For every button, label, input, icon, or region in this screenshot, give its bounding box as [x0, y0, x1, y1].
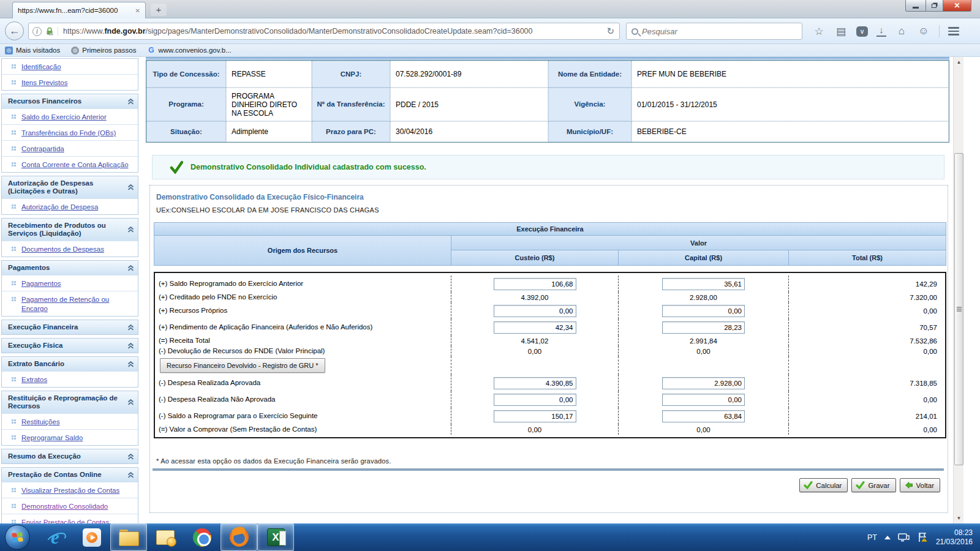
- sidebar-section-header[interactable]: Extrato Bancário: [2, 357, 138, 371]
- custeio-input[interactable]: [494, 278, 576, 290]
- new-tab-button[interactable]: +: [151, 4, 167, 16]
- collapse-chevron-icon[interactable]: [127, 184, 134, 190]
- sidebar-link[interactable]: Demonstrativo Consolidado: [21, 503, 108, 510]
- sidebar-item[interactable]: Saldo do Exercício Anterior: [2, 108, 138, 124]
- sidebar-section-header[interactable]: Recebimento de Produtos ou Serviços (Liq…: [2, 219, 138, 241]
- sidebar-link[interactable]: Conta Corrente e Conta Aplicação: [21, 161, 129, 168]
- collapse-chevron-icon[interactable]: [127, 399, 134, 405]
- collapse-chevron-icon[interactable]: [127, 324, 134, 331]
- custeio-input[interactable]: [494, 377, 576, 389]
- back-button[interactable]: ←: [5, 21, 24, 40]
- collapse-chevron-icon[interactable]: [127, 454, 134, 460]
- scroll-down-button[interactable]: ▼: [954, 513, 964, 523]
- browser-tab[interactable]: https://www.fn...eam?cid=36000 ✕: [12, 2, 146, 18]
- sidebar-item[interactable]: Contrapartida: [2, 140, 138, 156]
- sidebar-item[interactable]: Conta Corrente e Conta Aplicação: [2, 156, 138, 172]
- custeio-input[interactable]: [494, 305, 576, 317]
- smiley-icon[interactable]: ☺: [917, 25, 930, 37]
- bookmark-item[interactable]: ◍Primeiros passos: [71, 47, 136, 54]
- taskbar-app-chrome[interactable]: [184, 523, 221, 551]
- sidebar-section-header[interactable]: Restituição e Reprogramação de Recursos: [2, 391, 138, 413]
- menu-icon[interactable]: [948, 27, 959, 35]
- address-bar[interactable]: i https://www.fnde.gov.br/sigpc/pages/Ma…: [28, 23, 620, 40]
- sidebar-link[interactable]: Visualizar Prestação de Contas: [21, 487, 119, 494]
- search-box[interactable]: [626, 23, 802, 40]
- sidebar-link[interactable]: Reprogramar Saldo: [21, 434, 83, 441]
- sidebar-section-header[interactable]: Autorização de Despesas (Licitações e Ou…: [2, 176, 138, 198]
- collapse-chevron-icon[interactable]: [127, 343, 134, 349]
- capital-input[interactable]: [662, 278, 745, 290]
- sidebar-item[interactable]: Reprogramar Saldo: [2, 429, 138, 445]
- sidebar-link[interactable]: Pagamentos: [21, 280, 61, 287]
- language-indicator[interactable]: PT: [867, 533, 877, 542]
- sidebar-section-header[interactable]: Execução Física: [2, 339, 138, 353]
- site-info-icon[interactable]: i: [32, 27, 42, 36]
- capital-input[interactable]: [662, 321, 745, 334]
- lock-icon[interactable]: [45, 27, 54, 36]
- sidebar-item[interactable]: Pagamentos: [2, 275, 138, 291]
- sidebar-link[interactable]: Extratos: [21, 376, 47, 383]
- taskbar-app-wmp[interactable]: [74, 523, 110, 551]
- sidebar-link[interactable]: Itens Previstos: [21, 79, 67, 86]
- clock[interactable]: 08:23 21/03/2016: [936, 528, 976, 547]
- start-button[interactable]: [5, 525, 30, 550]
- sidebar-section-header[interactable]: Recursos Financeiros: [2, 94, 138, 108]
- clipboard-icon[interactable]: ▤: [834, 25, 848, 38]
- sidebar-link[interactable]: Identificação: [21, 63, 61, 70]
- voltar-button[interactable]: Voltar: [900, 478, 940, 492]
- taskbar-app-folder[interactable]: [110, 523, 147, 551]
- sidebar-link[interactable]: Restituições: [21, 418, 60, 425]
- capital-input[interactable]: [662, 394, 745, 406]
- page-scrollbar[interactable]: ▲ ▼: [953, 57, 963, 523]
- gru-button[interactable]: Recurso Financeiro Devolvido - Registro …: [160, 358, 325, 373]
- bookmark-item[interactable]: ◎Mais visitados: [5, 47, 60, 54]
- collapse-chevron-icon[interactable]: [127, 99, 134, 105]
- sidebar-item[interactable]: Restituições: [2, 413, 138, 429]
- sidebar-link[interactable]: Transferências do Fnde (OBs): [21, 129, 116, 137]
- sidebar-section-header[interactable]: Resumo da Execução: [2, 449, 138, 463]
- home-icon[interactable]: ⌂: [895, 25, 908, 37]
- collapse-chevron-icon[interactable]: [127, 472, 134, 478]
- taskbar-app-firefox[interactable]: [221, 523, 257, 551]
- sidebar-section-header[interactable]: Prestação de Contas Online: [2, 468, 138, 482]
- bookmark-item[interactable]: Gwww.convenios.gov.b...: [147, 47, 231, 54]
- window-minimize-button[interactable]: [905, 0, 926, 12]
- sidebar-section-header[interactable]: Pagamentos: [2, 261, 138, 275]
- sidebar-item[interactable]: Transferências do Fnde (OBs): [2, 124, 138, 140]
- hidden-icons-button[interactable]: [884, 536, 891, 539]
- star-icon[interactable]: ☆: [812, 25, 826, 38]
- sidebar-link[interactable]: Pagamento de Retenção ou Encargo: [21, 296, 109, 312]
- taskbar-app-ie[interactable]: e: [37, 523, 74, 551]
- scroll-thumb[interactable]: [954, 153, 963, 465]
- sidebar-item[interactable]: Identificação: [2, 59, 138, 74]
- collapse-chevron-icon[interactable]: [127, 227, 134, 233]
- sidebar-item[interactable]: Itens Previstos: [2, 74, 138, 90]
- sidebar-link[interactable]: Contrapartida: [21, 145, 64, 152]
- reload-icon[interactable]: ↻: [605, 26, 616, 37]
- tab-close-icon[interactable]: ✕: [135, 7, 140, 14]
- sidebar-section-header[interactable]: Execução Financeira: [2, 320, 138, 334]
- taskbar-app-excel[interactable]: X: [257, 523, 294, 551]
- sidebar-item[interactable]: Autorização de Despesa: [2, 198, 138, 214]
- collapse-chevron-icon[interactable]: [127, 361, 134, 367]
- sidebar-link[interactable]: Documentos de Despesas: [21, 246, 104, 253]
- sidebar-item[interactable]: Documentos de Despesas: [2, 241, 138, 257]
- custeio-input[interactable]: [494, 321, 576, 334]
- capital-input[interactable]: [662, 410, 745, 422]
- window-restore-button[interactable]: [926, 0, 943, 12]
- url-text[interactable]: https://www.fnde.gov.br/sigpc/pages/Mant…: [58, 27, 601, 36]
- gravar-button[interactable]: Gravar: [851, 478, 895, 492]
- collapse-chevron-icon[interactable]: [127, 265, 134, 271]
- window-close-button[interactable]: ✕: [943, 0, 971, 12]
- sidebar-item[interactable]: Demonstrativo Consolidado: [2, 498, 138, 514]
- download-icon[interactable]: ↓: [876, 26, 886, 37]
- sidebar-item[interactable]: Pagamento de Retenção ou Encargo: [2, 291, 138, 316]
- network-icon[interactable]: [898, 533, 910, 542]
- sidebar-link[interactable]: Saldo do Exercício Anterior: [21, 113, 107, 121]
- custeio-input[interactable]: [494, 410, 576, 422]
- capital-input[interactable]: [662, 305, 745, 317]
- custeio-input[interactable]: [494, 394, 576, 406]
- calcular-button[interactable]: Calcular: [799, 478, 848, 492]
- sidebar-item[interactable]: Extratos: [2, 371, 138, 387]
- scroll-up-button[interactable]: ▲: [954, 57, 964, 67]
